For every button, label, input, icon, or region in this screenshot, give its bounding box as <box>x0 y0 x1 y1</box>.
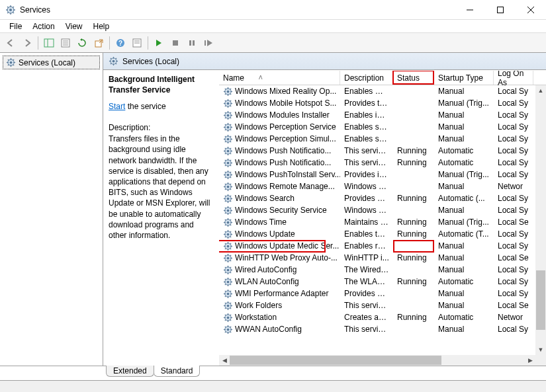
close-button[interactable] <box>516 1 546 19</box>
service-row[interactable]: Windows Perception Simul...Enables spa..… <box>219 133 535 145</box>
service-row[interactable]: WMI Performance AdapterProvides pe...Man… <box>219 288 535 299</box>
tab-extended[interactable]: Extended <box>106 366 154 377</box>
gear-icon <box>223 122 233 132</box>
tabs-footer: Extended Standard <box>0 366 546 380</box>
menu-file[interactable]: File <box>4 20 27 32</box>
service-action-line: Start the service <box>109 102 214 111</box>
gear-icon <box>223 134 233 144</box>
service-status <box>393 305 434 306</box>
service-status <box>393 269 434 270</box>
pause-service-button[interactable] <box>184 35 200 51</box>
service-desc: Provides co... <box>340 193 393 204</box>
minimize-button[interactable] <box>455 1 485 19</box>
service-name: Windows Search <box>235 194 295 203</box>
service-status: Running <box>393 217 434 227</box>
refresh-button[interactable] <box>74 35 90 51</box>
status-bar <box>0 380 546 392</box>
gear-icon <box>223 87 233 97</box>
gear-icon <box>223 170 233 180</box>
horizontal-scrollbar[interactable]: ◀ ▶ <box>219 355 535 366</box>
help-button[interactable]: ? <box>113 35 128 51</box>
start-service-button[interactable] <box>151 35 167 51</box>
service-row[interactable]: Windows PushToInstall Serv...Provides in… <box>219 169 535 180</box>
service-name: Windows Update <box>235 229 295 239</box>
menu-bar: File Action View Help <box>0 20 546 33</box>
service-row[interactable]: Windows UpdateEnables the ...RunningAuto… <box>219 228 535 240</box>
service-status <box>393 210 434 211</box>
col-header-status[interactable]: Status <box>393 71 434 85</box>
service-desc: Provides th... <box>340 98 393 108</box>
service-row[interactable]: Windows Update Medic Ser...Enables rem..… <box>219 240 535 252</box>
service-logon: Local Sy <box>494 229 533 239</box>
show-hide-tree-button[interactable] <box>41 35 57 51</box>
service-desc: This service ... <box>340 324 393 334</box>
start-service-link[interactable]: Start <box>109 102 125 111</box>
service-startup: Manual <box>434 253 494 263</box>
service-startup: Manual <box>434 300 494 311</box>
service-name: Work Folders <box>235 301 282 310</box>
service-row[interactable]: Windows Perception ServiceEnables spa...… <box>219 121 535 133</box>
service-desc: Enables inst... <box>340 110 393 120</box>
service-row[interactable]: Windows Modules InstallerEnables inst...… <box>219 109 535 121</box>
col-header-description[interactable]: Description <box>340 71 393 85</box>
service-desc: Enables spa... <box>340 134 393 144</box>
tree-pane[interactable]: Services (Local) <box>0 53 103 366</box>
service-row[interactable]: Work FoldersThis service ...ManualLocal … <box>219 299 535 311</box>
service-status: Running <box>393 253 434 263</box>
service-startup: Manual <box>434 122 494 132</box>
scroll-down-arrow[interactable]: ▼ <box>535 344 546 355</box>
services-list[interactable]: Name Description Status Startup Type Log… <box>219 71 546 366</box>
service-row[interactable]: WinHTTP Web Proxy Auto-...WinHTTP i...Ru… <box>219 252 535 264</box>
vertical-scrollbar[interactable]: ▲ ▼ <box>535 85 546 355</box>
service-status <box>393 102 434 104</box>
tree-item-services-local[interactable]: Services (Local) <box>3 56 100 69</box>
service-row[interactable]: Windows SearchProvides co...RunningAutom… <box>219 192 535 204</box>
maximize-button[interactable] <box>485 1 516 19</box>
menu-help[interactable]: Help <box>88 20 115 32</box>
service-status <box>393 114 434 116</box>
service-logon: Local Sy <box>494 264 533 275</box>
detail-panel: Background Intelligent Transfer Service … <box>103 71 219 366</box>
back-button[interactable] <box>3 35 19 51</box>
service-name: Windows Security Service <box>235 206 327 215</box>
restart-service-button[interactable] <box>201 35 216 51</box>
properties2-button[interactable] <box>129 35 145 51</box>
service-row[interactable]: Windows Mixed Reality Op...Enables Mix..… <box>219 85 535 97</box>
service-row[interactable]: WLAN AutoConfigThe WLANS...RunningAutoma… <box>219 276 535 288</box>
service-row[interactable]: WorkstationCreates and...RunningAutomati… <box>219 311 535 323</box>
service-row[interactable]: Windows Remote Manage...Windows R...Manu… <box>219 180 535 192</box>
col-header-logon[interactable]: Log On As <box>494 71 533 85</box>
forward-button[interactable] <box>19 35 35 51</box>
tab-standard[interactable]: Standard <box>154 366 201 377</box>
scroll-thumb-h[interactable] <box>230 356 441 365</box>
col-header-name[interactable]: Name <box>219 71 340 85</box>
scroll-left-arrow[interactable]: ◀ <box>219 355 230 366</box>
menu-view[interactable]: View <box>60 20 88 32</box>
properties-button[interactable] <box>58 35 73 51</box>
service-row[interactable]: Windows TimeMaintains d...RunningManual … <box>219 216 535 228</box>
menu-action[interactable]: Action <box>27 20 60 32</box>
service-desc: Enables spa... <box>340 122 393 132</box>
service-name: Windows Modules Installer <box>235 110 330 120</box>
service-logon: Local Sy <box>494 145 533 156</box>
col-header-startup[interactable]: Startup Type <box>434 71 494 85</box>
service-row[interactable]: Windows Push Notificatio...This service … <box>219 145 535 157</box>
service-row[interactable]: WWAN AutoConfigThis service ...ManualLoc… <box>219 323 535 335</box>
scroll-up-arrow[interactable]: ▲ <box>535 85 546 96</box>
service-row[interactable]: Wired AutoConfigThe Wired A...ManualLoca… <box>219 264 535 276</box>
scroll-right-arrow[interactable]: ▶ <box>525 355 535 366</box>
service-row[interactable]: Windows Security ServiceWindows Se...Man… <box>219 204 535 216</box>
service-status <box>393 186 434 187</box>
service-row[interactable]: Windows Push Notificatio...This service … <box>219 157 535 169</box>
service-startup: Manual <box>434 324 494 334</box>
service-desc: Windows R... <box>340 181 393 192</box>
export-button[interactable] <box>91 35 107 51</box>
service-status <box>393 293 434 294</box>
window-title: Services <box>20 5 455 15</box>
stop-service-button[interactable] <box>167 35 183 51</box>
service-logon: Local Sy <box>494 122 533 132</box>
service-desc: The Wired A... <box>340 264 393 275</box>
gear-icon <box>223 301 233 311</box>
scroll-thumb-v[interactable] <box>536 270 545 330</box>
service-row[interactable]: Windows Mobile Hotspot S...Provides th..… <box>219 97 535 109</box>
